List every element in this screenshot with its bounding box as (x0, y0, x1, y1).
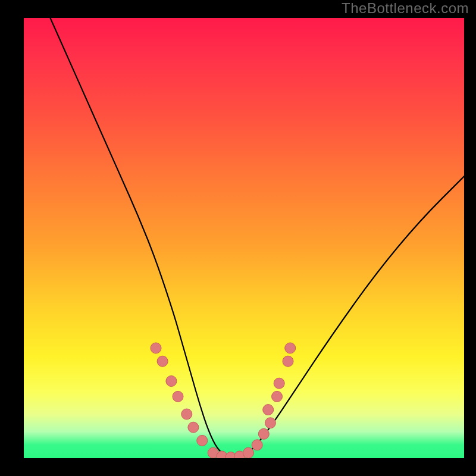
chart-frame: TheBottleneck.com (0, 0, 476, 476)
watermark-text: TheBottleneck.com (342, 0, 469, 17)
marker-left-5 (181, 409, 192, 419)
curve-markers (151, 343, 296, 458)
marker-left-3 (166, 376, 177, 387)
marker-left-1 (151, 343, 161, 353)
marker-right-2 (258, 428, 269, 439)
marker-right-8 (285, 343, 296, 353)
bottleneck-curve (50, 18, 464, 458)
marker-right-1 (252, 440, 262, 450)
marker-right-6 (274, 378, 284, 389)
chart-svg (24, 18, 464, 458)
marker-right-4 (263, 405, 274, 415)
marker-left-4 (173, 391, 183, 402)
marker-left-6 (188, 422, 199, 433)
marker-right-7 (283, 356, 293, 367)
marker-left-7 (197, 435, 208, 446)
marker-right-3 (265, 418, 275, 428)
marker-left-2 (157, 356, 168, 367)
plot-area (24, 18, 464, 458)
marker-min-5 (243, 447, 253, 458)
marker-right-5 (272, 391, 283, 402)
